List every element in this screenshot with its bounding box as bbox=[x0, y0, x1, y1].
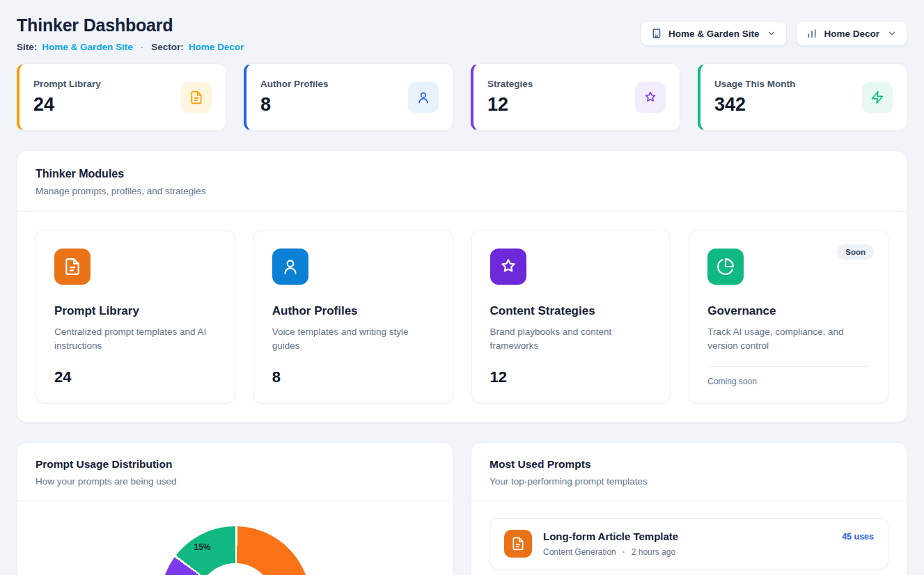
module-description: Centralized prompt templates and AI inst… bbox=[54, 325, 217, 354]
dashboard-page: Thinker Dashboard Site: Home & Garden Si… bbox=[0, 0, 924, 575]
coming-soon-text: Coming soon bbox=[707, 377, 870, 386]
bar-chart-icon bbox=[806, 28, 817, 39]
stat-card-strategies: Strategies 12 bbox=[471, 63, 680, 131]
stat-card-prompt-library: Prompt Library 24 bbox=[17, 63, 226, 131]
section-subtitle: Manage prompts, profiles, and strategies bbox=[36, 186, 888, 196]
chevron-down-icon bbox=[887, 29, 897, 38]
lightning-icon bbox=[862, 82, 893, 113]
module-count: 8 bbox=[272, 368, 434, 386]
stats-row: Prompt Library 24 Author Profiles 8 Stra… bbox=[17, 63, 907, 131]
site-label: Site: bbox=[17, 42, 37, 52]
prompt-time: 2 hours ago bbox=[632, 547, 675, 557]
user-icon bbox=[272, 249, 308, 285]
sector-label: Sector: bbox=[151, 42, 184, 52]
most-used-prompts-panel: Most Used Prompts Your top-performing pr… bbox=[471, 442, 907, 575]
sector-selector-dropdown[interactable]: Home Decor bbox=[796, 21, 907, 46]
module-card-prompt-library[interactable]: Prompt Library Centralized prompt templa… bbox=[36, 230, 235, 404]
header-controls: Home & Garden Site Home Decor bbox=[641, 21, 907, 46]
module-description: Track AI usage, compliance, and version … bbox=[707, 325, 870, 354]
separator-dot: · bbox=[138, 42, 147, 52]
donut-chart-ring: 15% bbox=[160, 526, 311, 575]
module-title: Author Profiles bbox=[272, 304, 434, 318]
document-icon bbox=[504, 530, 532, 558]
page-header: Thinker Dashboard Site: Home & Garden Si… bbox=[17, 15, 907, 52]
module-title: Governance bbox=[707, 304, 870, 318]
section-header: Thinker Modules Manage prompts, profiles… bbox=[17, 151, 907, 212]
site-link[interactable]: Home & Garden Site bbox=[42, 42, 133, 52]
pie-chart-icon bbox=[707, 249, 744, 285]
page-title: Thinker Dashboard bbox=[17, 15, 244, 36]
stat-value: 12 bbox=[487, 94, 533, 116]
stat-card-usage: Usage This Month 342 bbox=[698, 63, 907, 131]
donut-hole bbox=[197, 563, 274, 575]
prompt-list-item[interactable]: Long-form Article Template Content Gener… bbox=[490, 518, 888, 569]
module-card-author-profiles[interactable]: Author Profiles Voice templates and writ… bbox=[253, 230, 453, 404]
stat-label: Prompt Library bbox=[33, 79, 101, 89]
module-count: 12 bbox=[490, 368, 652, 386]
section-title: Thinker Modules bbox=[36, 168, 888, 180]
panel-header: Prompt Usage Distribution How your promp… bbox=[17, 443, 453, 501]
stat-label: Usage This Month bbox=[714, 79, 795, 89]
modules-grid: Prompt Library Centralized prompt templa… bbox=[17, 212, 907, 422]
module-title: Content Strategies bbox=[490, 304, 652, 318]
prompt-info: Long-form Article Template Content Gener… bbox=[543, 530, 831, 557]
stat-value: 342 bbox=[714, 94, 795, 116]
panel-header: Most Used Prompts Your top-performing pr… bbox=[471, 443, 907, 501]
panel-title: Most Used Prompts bbox=[490, 458, 888, 471]
module-card-governance[interactable]: Soon Governance Track AI usage, complian… bbox=[689, 230, 888, 404]
sector-selector-label: Home Decor bbox=[824, 29, 879, 39]
stat-value: 24 bbox=[33, 94, 101, 116]
chevron-down-icon bbox=[767, 29, 776, 38]
prompt-usage-panel: Prompt Usage Distribution How your promp… bbox=[17, 442, 453, 575]
panel-title: Prompt Usage Distribution bbox=[36, 458, 434, 471]
stat-label: Author Profiles bbox=[260, 79, 329, 89]
building-icon bbox=[651, 28, 662, 39]
header-left: Thinker Dashboard Site: Home & Garden Si… bbox=[17, 15, 244, 52]
prompt-meta: Content Generation · 2 hours ago bbox=[543, 547, 831, 557]
donut-slice-label: 15% bbox=[194, 542, 210, 552]
module-description: Brand playbooks and content frameworks bbox=[490, 325, 652, 354]
panel-subtitle: How your prompts are being used bbox=[36, 476, 434, 487]
soon-badge: Soon bbox=[837, 244, 874, 260]
stat-label: Strategies bbox=[487, 79, 533, 89]
sector-link[interactable]: Home Decor bbox=[189, 42, 244, 52]
sparkles-icon bbox=[635, 82, 666, 113]
user-icon bbox=[408, 82, 439, 113]
uses-badge: 45 uses bbox=[842, 532, 874, 542]
stat-card-author-profiles: Author Profiles 8 bbox=[244, 63, 453, 131]
prompt-title: Long-form Article Template bbox=[543, 530, 831, 542]
prompt-list: Long-form Article Template Content Gener… bbox=[471, 501, 907, 575]
separator-dot: · bbox=[622, 547, 625, 557]
module-title: Prompt Library bbox=[54, 304, 217, 318]
bottom-row: Prompt Usage Distribution How your promp… bbox=[17, 442, 907, 575]
document-icon bbox=[181, 82, 212, 113]
module-description: Voice templates and writing style guides bbox=[272, 325, 434, 354]
module-card-content-strategies[interactable]: Content Strategies Brand playbooks and c… bbox=[471, 230, 671, 404]
site-selector-dropdown[interactable]: Home & Garden Site bbox=[641, 21, 788, 46]
divider bbox=[707, 366, 870, 367]
sparkles-icon bbox=[490, 249, 526, 285]
thinker-modules-section: Thinker Modules Manage prompts, profiles… bbox=[17, 150, 907, 423]
prompt-category: Content Generation bbox=[543, 547, 616, 557]
document-icon bbox=[54, 249, 91, 285]
site-selector-label: Home & Garden Site bbox=[668, 29, 760, 39]
donut-chart: 15% bbox=[17, 501, 453, 575]
stat-value: 8 bbox=[260, 94, 329, 116]
panel-subtitle: Your top-performing prompt templates bbox=[490, 476, 888, 487]
breadcrumb: Site: Home & Garden Site · Sector: Home … bbox=[17, 42, 244, 52]
module-count: 24 bbox=[54, 368, 217, 386]
